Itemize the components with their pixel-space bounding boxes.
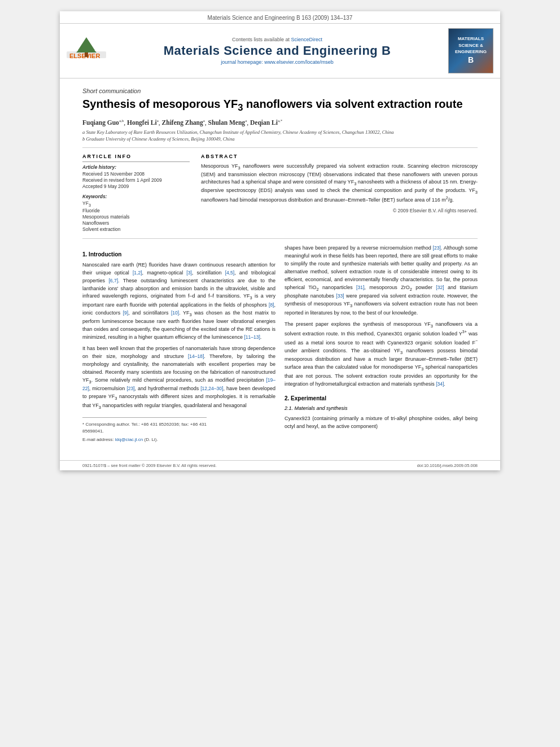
abstract-heading: ABSTRACT <box>201 154 478 159</box>
journal-homepage: journal homepage: www.elsevier.com/locat… <box>112 59 443 65</box>
article-info: ARTICLE INFO Article history: Received 1… <box>82 154 190 233</box>
authors-line: Fuqiang Guoa,b, Hongfei Lia, Zhifeng Zha… <box>82 119 478 126</box>
revised-date: Received in revised form 1 April 2009 <box>82 177 190 183</box>
article-title: Synthesis of mesoporous YF3 nanoflowers … <box>82 97 478 114</box>
accepted-date: Accepted 9 May 2009 <box>82 184 190 189</box>
bottom-bar: 0921-5107/$ – see front matter © 2009 El… <box>60 460 500 470</box>
intro-heading: 1. Introduction <box>82 250 275 259</box>
right-para-1: shapes have been prepared by a reverse m… <box>285 244 478 317</box>
intro-para-2: It has been well known that the properti… <box>82 345 275 410</box>
footnote-email: E-mail address: ldq@ciac.jl.cn (D. Li). <box>82 436 207 443</box>
divider-1 <box>82 147 478 148</box>
cover-image: MATERIALS SCIENCE & ENGINEERING B <box>448 28 493 73</box>
affiliation-1: a State Key Laboratory of Rare Earth Res… <box>82 129 478 135</box>
kw-4: Nanoflowers <box>82 220 190 226</box>
journal-center: Contents lists available at ScienceDirec… <box>112 37 443 65</box>
issn-text: 0921-5107/$ – see front matter © 2009 El… <box>82 463 216 468</box>
sciencedirect-link[interactable]: ScienceDirect <box>291 37 323 42</box>
kw-3: Mesoporous materials <box>82 214 190 220</box>
copyright: © 2009 Elsevier B.V. All rights reserved… <box>201 208 478 213</box>
page: Materials Science and Engineering B 163 … <box>60 11 500 470</box>
abstract-section: ABSTRACT Mesoporous YF3 nanoflowers were… <box>201 154 478 233</box>
main-content: 1. Introduction Nanoscaled rare earth (R… <box>82 244 478 444</box>
affiliation-2: b Graduate University of Chinese Academy… <box>82 136 478 142</box>
history-label: Article history: <box>82 164 190 170</box>
exp-subheading: 2.1. Materials and synthesis <box>285 405 478 413</box>
article-type: Short communication <box>82 88 478 94</box>
article-body: Short communication Synthesis of mesopor… <box>60 78 500 456</box>
right-para-2: The present paper explores the synthesis… <box>285 321 478 388</box>
elsevier-logo: ELSEVIER <box>67 34 106 68</box>
kw-5: Solvent extraction <box>82 226 190 232</box>
info-abstract-row: ARTICLE INFO Article history: Received 1… <box>82 154 478 233</box>
kw-1: YF3 <box>82 200 190 208</box>
journal-title: Materials Science and Engineering B <box>112 43 443 58</box>
homepage-link[interactable]: www.elsevier.com/locate/mseb <box>264 59 334 65</box>
intro-para-1: Nanoscaled rare earth (RE) fluorides hav… <box>82 261 275 342</box>
right-column: shapes have been prepared by a reverse m… <box>285 244 478 444</box>
svg-marker-3 <box>76 41 97 53</box>
kw-2: Fluoride <box>82 208 190 213</box>
footnote-star: * Corresponding author. Tel.: +86 431 85… <box>82 421 207 435</box>
keywords-section: Keywords: YF3 Fluoride Mesoporous materi… <box>82 194 190 233</box>
email-link[interactable]: ldq@ciac.jl.cn <box>115 437 143 442</box>
top-bar: Materials Science and Engineering B 163 … <box>60 11 500 23</box>
doi-text: doi:10.1016/j.mseb.2009.05.008 <box>417 463 478 468</box>
footnote-area: * Corresponding author. Tel.: +86 431 85… <box>82 417 207 443</box>
keywords-label: Keywords: <box>82 194 190 199</box>
abstract-text: Mesoporous YF3 nanoflowers were successf… <box>201 163 478 204</box>
experimental-heading: 2. Experimental <box>285 394 478 403</box>
divider-2 <box>82 238 478 239</box>
left-column: 1. Introduction Nanoscaled rare earth (R… <box>82 244 275 444</box>
received-date: Received 15 November 2008 <box>82 171 190 177</box>
contents-line: Contents lists available at ScienceDirec… <box>112 37 443 42</box>
svg-rect-4 <box>85 53 88 57</box>
article-info-heading: ARTICLE INFO <box>82 154 190 159</box>
journal-header: ELSEVIER Contents lists available at Sci… <box>60 23 500 78</box>
exp-para: Cyanex923 (containing primarily a mixtur… <box>285 415 478 431</box>
journal-citation: Materials Science and Engineering B 163 … <box>208 15 353 21</box>
